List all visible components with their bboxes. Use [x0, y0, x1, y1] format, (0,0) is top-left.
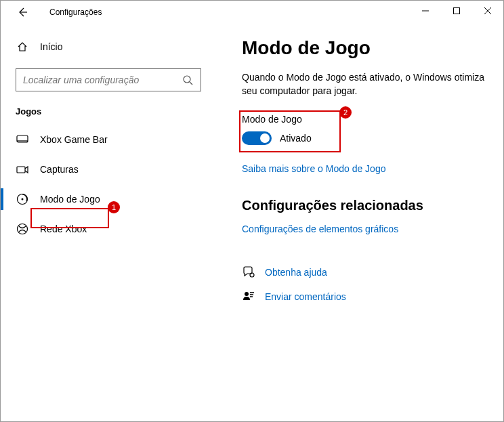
toggle-label: Modo de Jogo — [242, 114, 488, 125]
search-input[interactable] — [23, 75, 182, 85]
search-icon — [182, 75, 194, 85]
page-heading: Modo de Jogo — [242, 37, 488, 59]
svg-point-6 — [18, 224, 28, 234]
sidebar-item-xbox-game-bar[interactable]: Xbox Game Bar — [1, 125, 216, 154]
close-button[interactable] — [472, 1, 503, 21]
sidebar-item-xbox-network[interactable]: Rede Xbox — [1, 214, 216, 244]
sidebar: Início Jogos Xbox Game Bar — [1, 24, 216, 421]
svg-point-8 — [245, 292, 249, 296]
search-box[interactable] — [16, 68, 201, 91]
titlebar: Configurações — [1, 1, 503, 24]
help-icon — [242, 266, 255, 278]
learn-more-link[interactable]: Saiba mais sobre o Modo de Jogo — [242, 163, 385, 174]
game-bar-icon — [16, 135, 29, 144]
home-label: Início — [40, 41, 62, 52]
content-pane: Modo de Jogo Quando o Modo de Jogo está … — [216, 24, 503, 421]
get-help-row[interactable]: Obtenha ajuda — [242, 266, 488, 278]
nav-list: Xbox Game Bar Capturas Modo de Jogo — [1, 125, 216, 244]
sidebar-item-label: Modo de Jogo — [40, 194, 100, 205]
close-icon — [484, 7, 491, 14]
feedback-link[interactable]: Enviar comentários — [265, 291, 346, 302]
sidebar-item-label: Xbox Game Bar — [40, 134, 108, 145]
back-button[interactable] — [14, 4, 30, 20]
maximize-icon — [453, 7, 460, 14]
toggle-state-text: Ativado — [280, 133, 312, 144]
arrow-left-icon — [17, 7, 28, 18]
game-mode-toggle-group: Modo de Jogo Ativado — [242, 112, 488, 150]
sidebar-item-label: Rede Xbox — [40, 224, 87, 234]
game-mode-icon — [16, 193, 29, 205]
window-title: Configurações — [49, 7, 102, 17]
svg-point-1 — [184, 76, 190, 83]
feedback-row[interactable]: Enviar comentários — [242, 291, 488, 303]
sidebar-item-captures[interactable]: Capturas — [1, 154, 216, 184]
svg-point-7 — [250, 273, 254, 277]
minimize-button[interactable] — [410, 1, 441, 21]
page-description: Quando o Modo de Jogo está ativado, o Wi… — [242, 71, 486, 98]
window-controls — [410, 1, 503, 21]
sidebar-item-game-mode[interactable]: Modo de Jogo — [1, 184, 216, 214]
related-settings-link[interactable]: Configurações de elementos gráficos — [242, 224, 398, 234]
svg-rect-0 — [454, 8, 460, 14]
game-mode-toggle[interactable] — [242, 131, 272, 145]
xbox-network-icon — [16, 223, 29, 235]
category-heading: Jogos — [16, 106, 201, 117]
svg-rect-3 — [17, 167, 25, 173]
window-body: Início Jogos Xbox Game Bar — [1, 24, 503, 421]
get-help-link[interactable]: Obtenha ajuda — [265, 267, 327, 278]
home-nav[interactable]: Início — [1, 36, 216, 58]
captures-icon — [16, 165, 29, 174]
feedback-icon — [242, 291, 255, 303]
sidebar-item-label: Capturas — [40, 164, 79, 175]
related-heading: Configurações relacionadas — [242, 198, 488, 213]
toggle-knob — [260, 133, 270, 143]
minimize-icon — [422, 7, 429, 14]
settings-window: Configurações Início — [0, 0, 504, 422]
svg-point-5 — [22, 198, 24, 201]
home-icon — [16, 41, 29, 52]
maximize-button[interactable] — [441, 1, 472, 21]
